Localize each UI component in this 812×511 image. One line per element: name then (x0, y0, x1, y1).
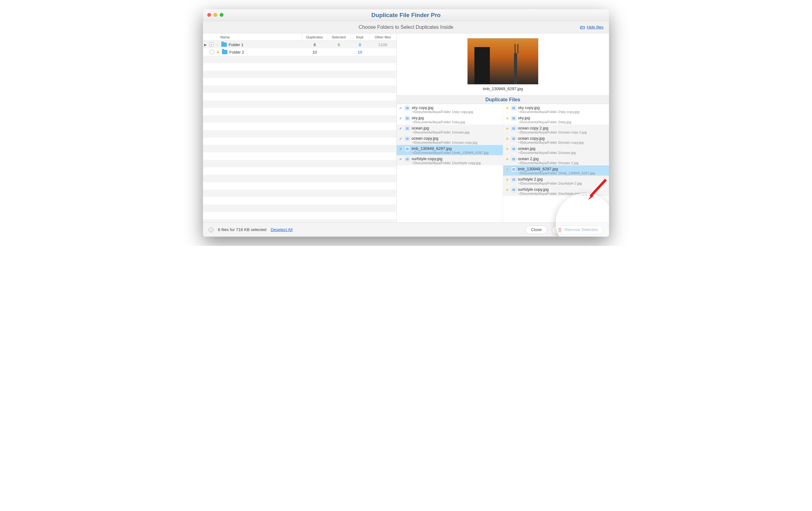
col-selected[interactable]: Selected (327, 33, 351, 41)
duplicate-files-header: Duplicate Files (397, 96, 609, 104)
app-title: Duplicate File Finder Pro (203, 12, 609, 19)
col-duplicates[interactable]: Duplicates (302, 33, 327, 41)
empty-row (203, 212, 397, 219)
cell: 10 (302, 50, 327, 54)
cell: 0 (351, 43, 369, 47)
folder-icon (222, 50, 227, 54)
star-icon[interactable]: ★ (505, 178, 510, 182)
minimize-window-icon[interactable] (213, 13, 217, 17)
col-kept[interactable]: Kept (351, 33, 369, 41)
file-icon (405, 146, 410, 152)
close-window-icon[interactable] (207, 13, 211, 17)
duplicate-file-row[interactable]: ✓tmb_130949_6297.jpg~/Documents/Asya/Fol… (397, 145, 503, 155)
duplicate-file-row[interactable]: ✓sky copy.jpg~/Documents/Asya/Folder 1/s… (397, 104, 503, 114)
file-name: sky copy.jpg (518, 105, 580, 110)
star-icon[interactable]: ★ (505, 106, 510, 110)
file-path: ~/Documents/Asya/Folder 2/sky.jpg (518, 120, 572, 124)
star-icon[interactable]: ★ (505, 137, 510, 141)
duplicate-columns: ✓sky copy.jpg~/Documents/Asya/Folder 1/s… (397, 104, 609, 222)
duplicate-col-1: ✓sky copy.jpg~/Documents/Asya/Folder 1/s… (397, 104, 503, 222)
folder-checkbox[interactable] (209, 43, 213, 47)
zoom-window-icon[interactable] (220, 13, 224, 17)
duplicate-file-row[interactable]: ✓ocean copy.jpg~/Documents/Asya/Folder 1… (397, 135, 503, 145)
empty-row (203, 115, 397, 123)
file-name: ocean.jpg (518, 146, 576, 151)
empty-row (203, 145, 397, 152)
star-icon[interactable]: ☆ (215, 42, 220, 47)
check-icon[interactable]: ✓ (399, 126, 403, 131)
file-name: ocean copy.jpg (518, 136, 584, 141)
duplicate-file-row[interactable]: ★surfstyle 2.jpg~/Documents/Asya/Folder … (503, 176, 609, 186)
file-name: ocean copy 2.jpg (518, 126, 587, 130)
col-name[interactable]: Name (203, 33, 302, 41)
preview-pane: tmb_130949_6297.jpg Duplicate Files ✓sky… (397, 33, 609, 222)
empty-row (203, 100, 397, 108)
duplicate-file-row[interactable]: ★tmb_130949_6297.jpg~/Documents/Asya/Fol… (503, 165, 609, 176)
file-name: surfstyle copy.jpg (518, 187, 587, 192)
duplicate-file-row[interactable]: ★surfstyle copy.jpg~/Documents/Asya/Fold… (503, 186, 609, 196)
empty-row (203, 56, 397, 63)
deselect-all-link[interactable]: Deselect All (271, 227, 293, 232)
info-icon[interactable]: i (209, 227, 213, 232)
folder-row[interactable]: ▶☆Folder 16602108 (203, 41, 397, 48)
file-icon (511, 136, 516, 141)
cell: 6 (327, 43, 351, 47)
check-icon[interactable]: ✓ (399, 116, 403, 120)
col-other[interactable]: Other files (369, 33, 397, 41)
duplicate-file-row[interactable]: ★sky copy.jpg~/Documents/Asya/Folder 2/s… (503, 104, 609, 114)
folder-icon (221, 43, 227, 47)
star-icon[interactable]: ★ (505, 116, 510, 120)
duplicate-file-row[interactable]: ★ocean 2.jpg~/Documents/Asya/Folder 2/oc… (503, 155, 609, 165)
check-icon[interactable]: ✓ (399, 106, 403, 110)
empty-row (203, 175, 397, 182)
close-button[interactable]: Close (525, 225, 548, 234)
check-icon[interactable]: ✓ (399, 137, 403, 141)
folder-checkbox[interactable] (210, 50, 214, 54)
file-icon (511, 116, 516, 121)
file-icon (405, 136, 410, 141)
star-icon[interactable]: ★ (505, 147, 510, 151)
file-name: ocean copy.jpg (412, 136, 477, 141)
star-icon[interactable]: ★ (505, 188, 510, 192)
empty-row (203, 167, 397, 175)
empty-row (203, 205, 397, 212)
star-icon[interactable]: ★ (505, 157, 510, 161)
star-icon[interactable]: ★ (505, 167, 510, 171)
duplicate-file-row[interactable]: ★sky.jpg~/Documents/Asya/Folder 2/sky.jp… (503, 114, 609, 125)
folder-open-icon (580, 25, 585, 29)
preview-area: tmb_130949_6297.jpg (397, 33, 609, 96)
file-path: ~/Documents/Asya/Folder 2/ocean.jpg (518, 151, 576, 155)
check-icon[interactable]: ✓ (399, 157, 403, 161)
duplicate-file-row[interactable]: ★ocean copy.jpg~/Documents/Asya/Folder 2… (503, 135, 609, 145)
remove-selected-button[interactable]: Remove Selected (552, 225, 603, 234)
file-name: ocean 2.jpg (518, 156, 579, 161)
duplicate-file-row[interactable]: ✓surfstyle copy.jpg~/Documents/Asya/Fold… (397, 155, 503, 165)
folder-table-body: ▶☆Folder 16602108★Folder 21010 (203, 41, 397, 222)
duplicate-file-row[interactable]: ✓sky.jpg~/Documents/Asya/Folder 1/sky.jp… (397, 114, 503, 125)
duplicate-file-row[interactable]: ★ocean.jpg~/Documents/Asya/Folder 2/ocea… (503, 145, 609, 155)
empty-row (203, 197, 397, 205)
empty-row (203, 160, 397, 167)
folder-row[interactable]: ★Folder 21010 (203, 48, 397, 56)
file-icon (405, 116, 410, 121)
file-name: surfstyle 2.jpg (518, 177, 582, 182)
folder-name: Folder 2 (229, 50, 244, 54)
empty-row (203, 182, 397, 190)
cell: 10 (351, 50, 369, 54)
subheader-text: Choose Folders to Select Duplicates Insi… (359, 24, 453, 30)
duplicate-file-row[interactable]: ★ocean copy 2.jpg~/Documents/Asya/Folder… (503, 125, 609, 135)
file-path: ~/Documents/Asya/Folder 2/surfstyle 2.jp… (518, 182, 582, 185)
empty-row (203, 78, 397, 85)
star-icon[interactable]: ★ (216, 50, 220, 54)
star-icon[interactable]: ★ (505, 126, 510, 131)
file-icon (511, 106, 516, 111)
empty-row (203, 71, 397, 78)
folder-table: Name Duplicates Selected Kept Other file… (203, 33, 397, 222)
titlebar: Duplicate File Finder Pro (203, 9, 609, 21)
disclosure-triangle-icon[interactable]: ▶ (204, 43, 207, 47)
check-icon[interactable]: ✓ (399, 147, 403, 151)
hide-files-link[interactable]: Hide files (580, 25, 603, 29)
file-name: surfstyle copy.jpg (412, 156, 481, 161)
empty-row (203, 219, 397, 222)
duplicate-file-row[interactable]: ✓ocean.jpg~/Documents/Asya/Folder 1/ocea… (397, 125, 503, 135)
